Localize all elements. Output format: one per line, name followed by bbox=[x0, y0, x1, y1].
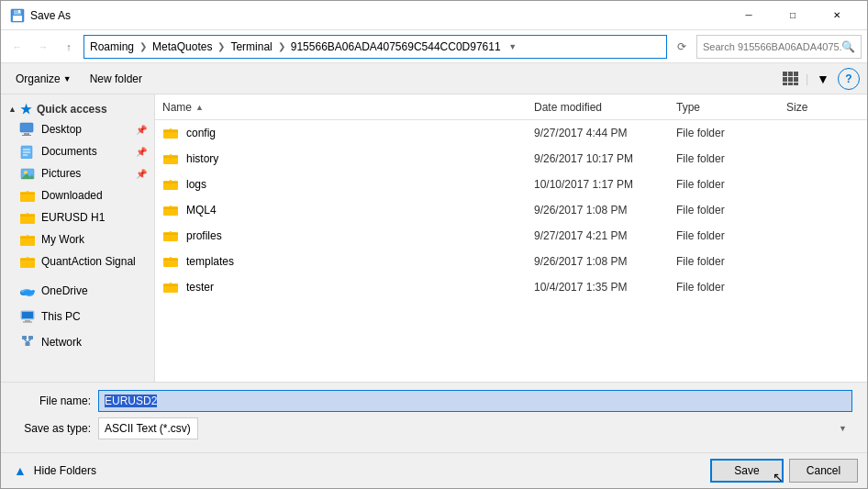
sidebar-item-documents-label: Documents bbox=[41, 145, 134, 158]
svg-line-34 bbox=[28, 339, 31, 342]
address-bar[interactable]: Roaming ❯ MetaQuotes ❯ Terminal ❯ 915566… bbox=[83, 35, 667, 59]
breadcrumb-roaming[interactable]: Roaming bbox=[90, 40, 134, 53]
filetype-select[interactable]: ASCII Text (*.csv) bbox=[98, 417, 198, 439]
table-row[interactable]: tester 10/4/2017 1:35 PM File folder bbox=[155, 274, 867, 300]
refresh-button[interactable]: ⟳ bbox=[671, 35, 693, 59]
documents-pin-icon: 📌 bbox=[136, 147, 147, 157]
action-bar: ▲ Hide Folders Save ↖ Cancel bbox=[1, 452, 867, 488]
sidebar-item-onedrive[interactable]: OneDrive bbox=[1, 280, 154, 302]
quick-access-star-icon: ★ bbox=[20, 102, 32, 117]
hide-folders-arrow-icon: ▲ bbox=[14, 463, 27, 478]
filename-input[interactable] bbox=[98, 390, 852, 412]
table-row[interactable]: profiles 9/27/2017 4:21 PM File folder bbox=[155, 223, 867, 249]
desktop-pin-icon: 📌 bbox=[136, 125, 147, 135]
sidebar-item-desktop-label: Desktop bbox=[41, 123, 134, 136]
search-icon: 🔍 bbox=[841, 40, 855, 53]
file-rows-container: config 9/27/2017 4:44 PM File folder his… bbox=[155, 120, 867, 300]
quick-access-arrow: ▲ bbox=[8, 105, 17, 114]
close-button[interactable]: ✕ bbox=[816, 1, 858, 30]
file-name: templates bbox=[186, 255, 534, 268]
address-dropdown-button[interactable]: ▼ bbox=[505, 36, 521, 58]
sidebar-item-network[interactable]: Network bbox=[1, 331, 154, 353]
search-input[interactable] bbox=[703, 41, 841, 52]
breadcrumb-metaquotes[interactable]: MetaQuotes bbox=[152, 40, 212, 53]
file-name: config bbox=[186, 127, 534, 139]
svg-rect-9 bbox=[794, 77, 798, 82]
sidebar-item-quantaction-label: QuantAction Signal bbox=[41, 255, 147, 268]
folder-icon bbox=[162, 203, 179, 217]
view-options-button[interactable] bbox=[780, 68, 802, 90]
back-button[interactable]: ← bbox=[6, 36, 28, 58]
view-dropdown-button[interactable]: ▼ bbox=[812, 68, 834, 90]
sidebar-item-quantaction[interactable]: QuantAction Signal bbox=[1, 250, 154, 272]
sidebar-item-eurusd-label: EURUSD H1 bbox=[41, 211, 147, 224]
up-button[interactable]: ↑ bbox=[58, 36, 80, 58]
file-list: Name ▲ Date modified Type Size config 9/… bbox=[155, 94, 867, 382]
help-button[interactable]: ? bbox=[838, 68, 860, 90]
quantaction-folder-icon bbox=[19, 254, 36, 269]
main-content: ▲ ★ Quick access Desktop 📌 bbox=[1, 94, 867, 382]
file-date: 9/26/2017 1:08 PM bbox=[534, 255, 676, 268]
button-group: Save ↖ Cancel bbox=[710, 459, 858, 483]
onedrive-icon bbox=[19, 283, 36, 298]
cancel-button[interactable]: Cancel bbox=[789, 459, 858, 483]
hide-folders-button[interactable]: ▲ Hide Folders bbox=[10, 461, 100, 480]
search-box[interactable]: 🔍 bbox=[696, 35, 862, 59]
table-row[interactable]: config 9/27/2017 4:44 PM File folder bbox=[155, 120, 867, 146]
breadcrumb-folder-id[interactable]: 915566BA06ADA407569C544CC0D97611 bbox=[291, 40, 501, 53]
dialog-title: Save As bbox=[30, 9, 728, 22]
sidebar-item-downloaded[interactable]: Downloaded bbox=[1, 184, 154, 206]
filename-label: File name: bbox=[16, 395, 98, 407]
sidebar-item-thispc-label: This PC bbox=[41, 310, 147, 323]
forward-button[interactable]: → bbox=[32, 36, 54, 58]
window-controls: ─ □ ✕ bbox=[728, 1, 858, 30]
sidebar-spacer bbox=[1, 272, 154, 280]
breadcrumb-terminal[interactable]: Terminal bbox=[230, 40, 272, 53]
table-row[interactable]: logs 10/10/2017 1:17 PM File folder bbox=[155, 172, 867, 197]
table-row[interactable]: history 9/26/2017 10:17 PM File folder bbox=[155, 146, 867, 172]
title-bar: Save As ─ □ ✕ bbox=[1, 1, 867, 30]
file-name: logs bbox=[186, 178, 534, 191]
folder-icon bbox=[162, 254, 179, 269]
svg-line-33 bbox=[25, 339, 28, 342]
svg-rect-11 bbox=[788, 83, 793, 85]
table-row[interactable]: MQL4 9/26/2017 1:08 PM File folder bbox=[155, 197, 867, 223]
quick-access-label: Quick access bbox=[37, 103, 107, 116]
pictures-pin-icon: 📌 bbox=[136, 169, 147, 179]
save-button[interactable]: Save ↖ bbox=[710, 459, 784, 483]
svg-rect-30 bbox=[22, 336, 27, 339]
file-list-header: Name ▲ Date modified Type Size bbox=[155, 94, 867, 120]
svg-rect-6 bbox=[794, 72, 798, 76]
quick-access-header[interactable]: ▲ ★ Quick access bbox=[1, 98, 154, 118]
col-size-header[interactable]: Size bbox=[786, 101, 860, 114]
file-date: 9/27/2017 4:44 PM bbox=[534, 127, 676, 139]
file-date: 9/26/2017 1:08 PM bbox=[534, 204, 676, 217]
svg-rect-4 bbox=[783, 72, 787, 76]
svg-rect-28 bbox=[25, 320, 30, 322]
folder-icon bbox=[162, 228, 179, 243]
col-date-header[interactable]: Date modified bbox=[534, 101, 676, 114]
minimize-button[interactable]: ─ bbox=[728, 1, 770, 30]
desktop-icon bbox=[19, 122, 36, 137]
sidebar: ▲ ★ Quick access Desktop 📌 bbox=[1, 94, 155, 382]
file-type: File folder bbox=[676, 127, 786, 139]
svg-rect-8 bbox=[788, 77, 793, 82]
col-type-header[interactable]: Type bbox=[676, 101, 786, 114]
sidebar-item-mywork[interactable]: My Work bbox=[1, 228, 154, 250]
sidebar-item-pictures[interactable]: Pictures 📌 bbox=[1, 162, 154, 184]
sidebar-item-mywork-label: My Work bbox=[41, 233, 147, 246]
sidebar-item-documents[interactable]: Documents 📌 bbox=[1, 140, 154, 162]
organize-button[interactable]: Organize ▼ bbox=[8, 67, 79, 91]
sidebar-item-thispc[interactable]: This PC bbox=[1, 306, 154, 328]
col-name-header[interactable]: Name ▲ bbox=[162, 101, 534, 114]
filetype-label: Save as type: bbox=[16, 422, 98, 435]
file-name: profiles bbox=[186, 229, 534, 242]
bottom-area: File name: Save as type: ASCII Text (*.c… bbox=[1, 382, 867, 452]
table-row[interactable]: templates 9/26/2017 1:08 PM File folder bbox=[155, 249, 867, 274]
svg-rect-13 bbox=[20, 123, 33, 132]
file-name: MQL4 bbox=[186, 204, 534, 217]
maximize-button[interactable]: □ bbox=[772, 1, 814, 30]
sidebar-item-eurusd[interactable]: EURUSD H1 bbox=[1, 206, 154, 228]
sidebar-item-desktop[interactable]: Desktop 📌 bbox=[1, 118, 154, 140]
new-folder-button[interactable]: New folder bbox=[83, 67, 150, 91]
